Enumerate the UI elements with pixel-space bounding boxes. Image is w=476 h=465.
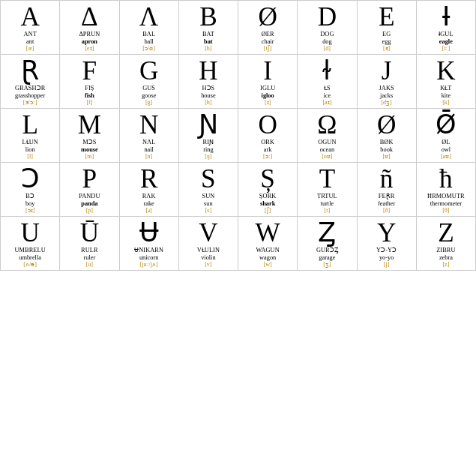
letter-cell: ΛBΛLball[ɔ/ɑ] <box>120 1 179 55</box>
letter-cell: VVɫULINviolin[v] <box>179 217 238 271</box>
word-upper: GRASHƆR <box>15 85 45 92</box>
word-lower: unicorn <box>139 254 158 261</box>
phonetic: [h] <box>205 100 211 106</box>
letter-cell: PPANDUpanda[p] <box>60 163 119 217</box>
phonetic: [ŋ] <box>205 154 211 160</box>
word-upper: BΛL <box>142 31 155 38</box>
letter-cell: ɄɄNIKARNunicorn[juː/jʌ] <box>120 217 179 271</box>
phonetic: [ɔɪ] <box>25 208 34 214</box>
word-lower: wagon <box>259 254 276 261</box>
letter-cell: Ø̄ØLowl[aʊ] <box>417 109 476 163</box>
phonetic: [k] <box>442 100 449 106</box>
word-upper: ΔPRUN <box>79 31 100 38</box>
big-letter: Ȥ <box>318 220 336 246</box>
word-lower: thermometer <box>430 200 462 207</box>
word-lower: ruler <box>84 254 96 261</box>
word-lower: jacks <box>380 92 393 99</box>
letter-cell: ƝRIɲring[ŋ] <box>179 109 238 163</box>
word-upper: GURƆȤ <box>316 247 338 254</box>
letter-cell: HHƆShouse[h] <box>179 55 238 109</box>
big-letter: R <box>140 166 157 192</box>
letter-cell: YYƆ-YƆyo-yo[j] <box>358 217 417 271</box>
word-lower: egg <box>382 38 391 45</box>
alphabet-grid: AANTant[æ]ΔΔPRUNapron[eɪ]ΛBΛLball[ɔ/ɑ]BB… <box>0 0 476 271</box>
big-letter: P <box>82 166 97 192</box>
word-lower: ark <box>264 146 272 153</box>
phonetic: [iː] <box>442 46 451 52</box>
big-letter: Z <box>438 220 454 246</box>
word-upper: GUS <box>142 85 155 92</box>
big-letter: B <box>199 4 217 30</box>
phonetic: [æ] <box>26 46 34 52</box>
letter-cell: BBATbat[b] <box>179 1 238 55</box>
word-lower: mouse <box>81 146 98 153</box>
word-lower: ant <box>26 38 34 45</box>
word-upper: WAGUN <box>256 247 279 254</box>
big-letter: D <box>318 4 337 30</box>
letter-cell: GGUSgoose[g] <box>120 55 179 109</box>
word-lower: book <box>380 146 393 153</box>
word-upper: FEⱤR <box>379 193 395 200</box>
phonetic: [g] <box>145 100 152 106</box>
word-lower: lion <box>25 146 35 153</box>
word-upper: PANDU <box>79 193 100 200</box>
letter-cell: NNΛLnail[n] <box>120 109 179 163</box>
letter-cell: ØBØKbook[ʊ] <box>358 109 417 163</box>
word-upper: OGUN <box>318 139 336 146</box>
phonetic: [ʃ] <box>265 208 271 214</box>
letter-cell: ɫɫSice[aɪ] <box>298 55 357 109</box>
word-lower: owl <box>442 146 451 153</box>
big-letter: J <box>382 58 392 84</box>
word-lower: zebra <box>439 254 453 261</box>
letter-cell: ŪRULRruler[u] <box>60 217 119 271</box>
phonetic: [p] <box>86 208 93 214</box>
big-letter: ñ <box>380 166 394 192</box>
word-upper: TRTUL <box>317 193 337 200</box>
phonetic: [ɹ] <box>145 208 151 214</box>
letter-cell: AANTant[æ] <box>1 1 60 55</box>
letter-cell: WWAGUNwagon[w] <box>238 217 298 271</box>
big-letter: Λ <box>139 4 159 30</box>
word-lower: bat <box>204 38 213 45</box>
big-letter: N <box>139 112 158 138</box>
big-letter: ɫ <box>322 58 332 84</box>
letter-cell: TTRTULturtle[t] <box>298 163 357 217</box>
phonetic: [ɔː] <box>263 154 272 160</box>
word-upper: ORK <box>261 139 274 146</box>
big-letter: Ū <box>80 220 99 246</box>
phonetic: [ɜ/ɔː] <box>23 100 37 106</box>
big-letter: Ø <box>258 4 277 30</box>
word-lower: feather <box>378 200 395 207</box>
letter-cell: ȤGURƆȤgarage[ʒ] <box>298 217 357 271</box>
word-lower: rake <box>143 200 154 207</box>
letter-cell: ZZIBRUzebra[z] <box>417 217 476 271</box>
big-letter: ħ <box>439 166 453 192</box>
phonetic: [ʒ] <box>323 262 331 268</box>
letter-cell: ΔΔPRUNapron[eɪ] <box>60 1 119 55</box>
word-upper: ANT <box>23 31 36 38</box>
word-upper: ɄNIKARN <box>134 247 163 254</box>
phonetic: [ɪ] <box>265 100 271 106</box>
word-lower: chair <box>262 38 274 45</box>
word-lower: sun <box>204 200 213 207</box>
big-letter: Ø̄ <box>436 112 457 138</box>
big-letter: M <box>78 112 101 138</box>
big-letter: Ɲ <box>199 112 218 138</box>
letter-cell: FFIȘfish[f] <box>60 55 119 109</box>
big-letter: Ɨ <box>442 4 450 30</box>
word-upper: UMBRELU <box>15 247 46 254</box>
big-letter: E <box>379 4 395 30</box>
big-letter: Y <box>377 220 396 246</box>
letter-cell: UUMBRELUumbrella[ʌ/ə] <box>1 217 60 271</box>
letter-cell: SSUNsun[s] <box>179 163 238 217</box>
big-letter: G <box>139 58 158 84</box>
word-upper: YƆ-YƆ <box>376 247 397 254</box>
word-upper: JAKS <box>379 85 394 92</box>
letter-cell: ƆBƆboy[ɔɪ] <box>1 163 60 217</box>
phonetic: [juː/jʌ] <box>140 262 158 268</box>
word-upper: KɫT <box>440 85 451 92</box>
big-letter: Ș <box>260 166 275 192</box>
big-letter: K <box>436 58 455 84</box>
word-lower: ball <box>144 38 153 45</box>
letter-cell: ⱤGRASHƆRgrasshopper[ɜ/ɔː] <box>1 55 60 109</box>
